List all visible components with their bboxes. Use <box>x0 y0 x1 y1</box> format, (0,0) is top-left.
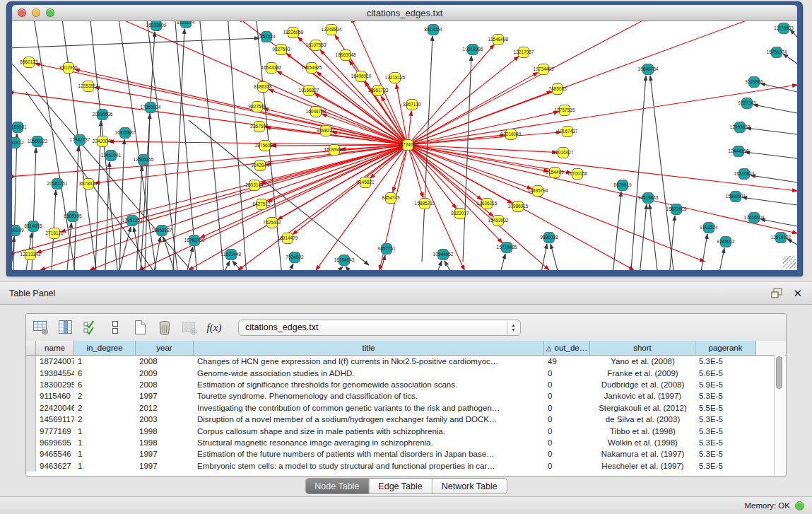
network-node[interactable]: 16872919 <box>666 204 687 215</box>
network-node[interactable]: 16496910 <box>351 71 372 82</box>
network-node[interactable]: 9227343 <box>738 98 756 109</box>
network-node[interactable]: 9330299 <box>12 226 24 236</box>
column-header-title[interactable]: title <box>194 341 544 355</box>
zoom-window-icon[interactable] <box>46 8 54 17</box>
network-node[interactable]: 11675382 <box>771 233 792 243</box>
network-node[interactable]: 18663048 <box>336 50 356 61</box>
network-node[interactable]: 20206536 <box>93 110 113 120</box>
network-node[interactable]: 16099489 <box>324 145 345 156</box>
network-node[interactable]: 15716485 <box>497 243 517 253</box>
table-row[interactable]: 1830029562008Estimation of significance … <box>26 379 786 390</box>
show-columns-icon[interactable] <box>57 318 75 337</box>
table-row[interactable]: 911546021997Tourette syndrome. Phenomeno… <box>26 390 786 402</box>
table-row[interactable]: 2242004622012Investigating the contribut… <box>26 402 786 414</box>
window-titlebar[interactable]: citations_edges.txt <box>12 5 797 21</box>
network-node[interactable]: 14519843 <box>638 193 659 204</box>
table-row[interactable]: 946554611997Estimation of the future num… <box>26 448 786 460</box>
network-node[interactable]: 8427512 <box>252 199 271 210</box>
network-node[interactable]: 15885210 <box>415 199 435 209</box>
column-header-out_de[interactable]: △out_de… <box>544 341 590 355</box>
network-node[interactable]: 11548498 <box>488 35 509 45</box>
delete-table-icon[interactable] <box>180 318 199 337</box>
column-header-name[interactable]: name <box>36 341 74 355</box>
network-node[interactable]: 7857224 <box>257 32 276 42</box>
network-node[interactable]: 15692971 <box>726 192 746 202</box>
network-node[interactable]: 19218986 <box>463 45 483 55</box>
network-node[interactable]: 8267130 <box>403 100 421 110</box>
network-node[interactable]: 8454749 <box>382 193 400 204</box>
network-node[interactable]: 12217987 <box>514 47 534 58</box>
network-node[interactable]: 9129966 <box>745 77 763 88</box>
network-node[interactable]: 9498222 <box>317 126 335 136</box>
scrollbar-thumb[interactable] <box>776 356 782 389</box>
network-node[interactable]: 11178533 <box>774 23 794 34</box>
network-node[interactable]: 12093832 <box>730 122 751 133</box>
network-node[interactable]: 22420046 <box>93 136 113 147</box>
network-node[interactable]: 9146821 <box>356 177 375 188</box>
network-node[interactable]: 16914479 <box>278 233 298 244</box>
network-node[interactable]: 16033809 <box>146 21 167 31</box>
select-all-icon[interactable] <box>81 318 100 337</box>
network-node[interactable]: 2367608 <box>250 122 269 132</box>
network-node[interactable]: 9242844 <box>251 160 269 171</box>
float-panel-icon[interactable] <box>771 288 783 298</box>
network-node[interactable]: 9245012 <box>717 237 735 247</box>
network-node[interactable]: 13218126 <box>385 73 406 83</box>
network-node[interactable]: 8331812 <box>12 138 24 148</box>
network-node[interactable]: 16016427 <box>553 148 574 158</box>
table-row[interactable]: 946362711997Embryonic stem cells: a mode… <box>26 460 786 472</box>
network-node[interactable]: 16107553 <box>306 40 326 51</box>
close-panel-icon[interactable]: ✕ <box>793 288 802 298</box>
network-node[interactable]: 9457751 <box>377 244 396 255</box>
network-node[interactable]: 11568123 <box>28 136 48 147</box>
table-row[interactable]: 977716911998Corpus callosum shape and si… <box>26 425 786 436</box>
column-header-short[interactable]: short <box>590 341 695 355</box>
network-node[interactable]: 8131074 <box>177 21 195 28</box>
network-node[interactable]: 12505155 <box>134 155 154 165</box>
network-node[interactable]: 12248834 <box>322 25 342 35</box>
close-window-icon[interactable] <box>18 8 26 17</box>
network-node[interactable]: 10944552 <box>433 250 454 260</box>
network-node[interactable]: 9886038 <box>540 233 558 243</box>
network-node[interactable]: 16648784 <box>638 64 659 75</box>
minimize-window-icon[interactable] <box>32 8 40 17</box>
network-node[interactable]: 8679919 <box>613 180 632 191</box>
network-node[interactable]: 8878334 <box>79 179 98 189</box>
column-header-in_degree[interactable]: in_degree <box>74 341 136 355</box>
network-node[interactable]: 10975887 <box>115 128 136 139</box>
table-row[interactable]: 1938455462009Genome-wide association stu… <box>26 367 786 378</box>
network-node[interactable]: 17016504 <box>744 213 765 223</box>
new-table-icon[interactable] <box>131 318 149 337</box>
network-node[interactable]: 11451941 <box>101 151 122 161</box>
trash-icon[interactable] <box>155 318 174 337</box>
network-node[interactable]: 15751074 <box>767 47 787 58</box>
table-row[interactable]: 1872400712008Changes of HCN gene express… <box>26 356 786 367</box>
table-row[interactable]: 969969511998Structural magnetic resonanc… <box>26 437 786 448</box>
network-node[interactable]: 8322037 <box>451 209 469 219</box>
network-node[interactable]: 18756085 <box>255 141 276 151</box>
table-scrollbar[interactable] <box>774 355 785 475</box>
network-node[interactable]: 9155081 <box>12 122 27 133</box>
network-node[interactable]: 14895794 <box>528 186 548 197</box>
function-builder-icon[interactable]: f(x) <box>205 318 223 337</box>
network-node[interactable]: 16154543 <box>334 255 355 266</box>
network-node[interactable]: 9103524 <box>700 223 718 233</box>
network-node[interactable]: 2718126 <box>45 228 64 239</box>
resize-grip[interactable] <box>783 256 796 269</box>
network-node[interactable]: 13626215 <box>477 199 498 209</box>
table-settings-icon[interactable] <box>32 318 50 337</box>
network-node[interactable]: 11923448 <box>221 250 242 260</box>
network-node[interactable]: 8960123 <box>20 57 38 68</box>
network-node[interactable]: 12216049 <box>501 129 522 140</box>
tab-network-table[interactable]: Network Table <box>433 479 507 493</box>
network-node[interactable]: 8813054 <box>424 25 442 35</box>
network-node[interactable]: 12444158 <box>729 146 749 157</box>
table-row[interactable]: 1456911722003Disruption of a novel membe… <box>26 414 786 425</box>
network-node[interactable]: 18757515 <box>555 105 575 116</box>
network-node[interactable]: 16210643 <box>734 169 755 180</box>
network-node[interactable]: 18226058 <box>283 28 304 38</box>
network-node[interactable]: 11700156 <box>567 169 588 180</box>
network-node[interactable]: 16543382 <box>261 63 282 74</box>
network-node[interactable]: 16958187 <box>152 226 172 236</box>
tab-node-table[interactable]: Node Table <box>305 479 369 493</box>
